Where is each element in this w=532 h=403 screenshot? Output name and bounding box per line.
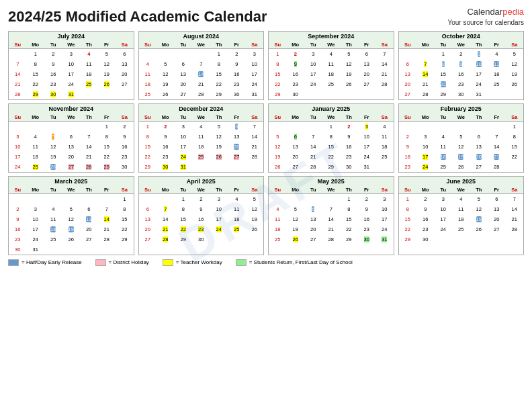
cal-title-sep: September 2024 [269,32,394,41]
calendar-july-2024: July 2024 SuMoTuWeThFrSa 123456 78910111… [8,31,134,100]
legend-label-pink: = District Holiday [109,259,149,265]
cal-title-apr: April 2025 [139,177,264,186]
brand-tagline: Your source for calendars [447,18,524,27]
calendar-november-2024: November 2024 SuMoTuWeThFrSa 12 3456789 … [8,103,134,173]
cal-title-jun: June 2025 [399,177,524,186]
legend-color-blue [8,259,19,266]
legend-label-green: = Students Return, First/Last Day of Sch… [249,259,353,265]
cal-title-nov: November 2024 [9,104,134,114]
calendar-may-2025: May 2025 SuMoTuWeThFrSa 123 45678910 111… [268,176,394,255]
cal-title-jan: January 2025 [269,104,394,114]
cal-title-may: May 2025 [269,177,394,186]
legend: = Half/Day Early Release = District Holi… [8,259,524,266]
cal-title-dec: December 2024 [139,104,264,114]
legend-green: = Students Return, First/Last Day of Sch… [236,259,353,266]
legend-label-blue: = Half/Day Early Release [21,259,82,265]
calendar-march-2025: March 2025 SuMoTuWeThFrSa 1 2345678 9101… [8,176,134,255]
legend-pink: = District Holiday [95,259,149,266]
calendar-october-2024: October 2024 SuMoTuWeThFrSa 12345 678910… [398,31,525,100]
legend-color-pink [95,259,106,266]
calendar-april-2025: April 2025 SuMoTuWeThFrSa 12345 67891011… [138,176,265,255]
page-title: 2024/25 Modified Academic Calendar [8,8,267,26]
brand-name: Calendarpedia [447,7,524,18]
cal-title-aug: August 2024 [139,32,264,41]
cal-title-july: July 2024 [9,32,134,41]
legend-color-yellow [163,259,173,266]
calendar-february-2025: February 2025 SuMoTuWeThFrSa 1 2345678 9… [398,103,525,173]
calendar-june-2025: June 2025 SuMoTuWeThFrSa 1234567 8910111… [398,176,525,255]
calendars-grid: July 2024 SuMoTuWeThFrSa 123456 78910111… [8,31,524,255]
cal-title-feb: February 2025 [399,104,524,114]
cal-title-mar: March 2025 [9,177,134,186]
calendar-december-2024: December 2024 SuMoTuWeThFrSa 1234567 891… [138,103,265,173]
legend-yellow: = Teacher Workday [163,259,222,266]
header: 2024/25 Modified Academic Calendar Calen… [8,7,524,27]
calendar-january-2025: January 2025 SuMoTuWeThFrSa 1234 5678910… [268,103,394,173]
cal-title-oct: October 2024 [399,32,524,41]
calendar-september-2024: September 2024 SuMoTuWeThFrSa 1234567 89… [268,31,394,100]
legend-label-yellow: = Teacher Workday [176,259,222,265]
legend-color-green [236,259,247,266]
page: 2024/25 Modified Academic Calendar Calen… [0,0,532,403]
brand: Calendarpedia Your source for calendars [447,7,524,27]
calendar-august-2024: August 2024 SuMoTuWeThFrSa 123 45678910 … [138,31,265,100]
legend-blue: = Half/Day Early Release [8,259,82,266]
